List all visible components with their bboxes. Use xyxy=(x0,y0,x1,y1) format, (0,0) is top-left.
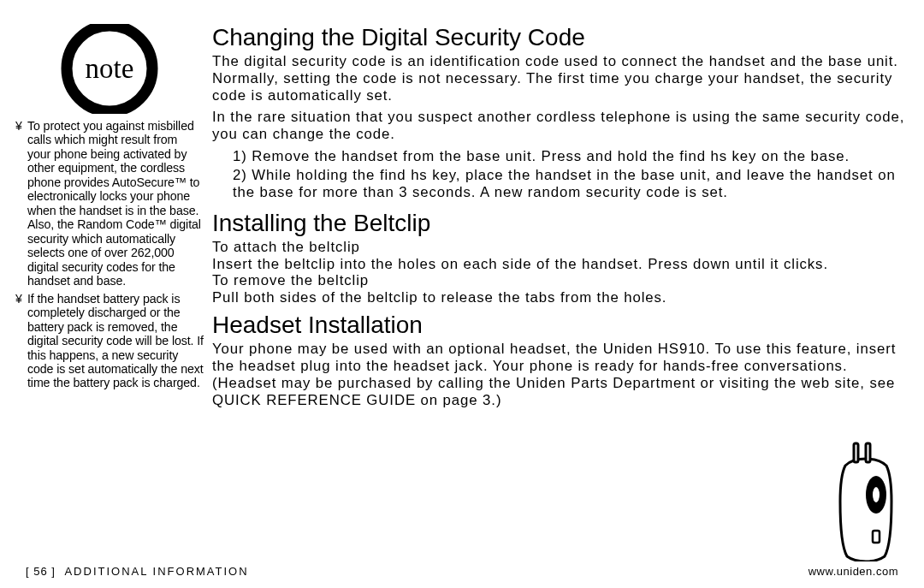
beltclip-attach-text: Insert the beltclip into the holes on ea… xyxy=(212,256,909,273)
step-text: While holding the xyxy=(252,167,380,183)
bullet-icon: ¥ xyxy=(15,119,22,133)
note-bullet-text: To protect you against misbilled calls w… xyxy=(27,119,201,288)
note-bullet-2: ¥ If the handset battery pack is complet… xyxy=(15,292,204,390)
step-text: key on the base. xyxy=(727,148,850,164)
bullet-icon: ¥ xyxy=(15,292,22,306)
page-footer: [ 56 ] ADDITIONAL INFORMATION www.uniden… xyxy=(26,565,898,578)
handset-drawing-icon xyxy=(828,442,903,561)
security-paragraph-2: In the rare situation that you suspect a… xyxy=(212,109,909,143)
beltclip-remove-label: To remove the beltclip xyxy=(212,272,909,289)
note-callout-icon: note xyxy=(50,24,169,114)
heading-headset: Headset Installation xyxy=(212,312,909,339)
security-paragraph-1: The digital security code is an identifi… xyxy=(212,53,909,104)
headset-paragraph-1: Your phone may be used with an optional … xyxy=(212,341,903,375)
page-number: [ 56 ] xyxy=(26,565,56,578)
security-step-2: 2) While holding the find hs key, place … xyxy=(231,167,909,201)
security-step-1: 1) Remove the handset from the base unit… xyxy=(231,148,909,165)
heading-beltclip: Installing the Beltclip xyxy=(212,210,909,237)
footer-section-label: ADDITIONAL INFORMATION xyxy=(64,565,248,578)
main-column: Changing the Digital Security Code The d… xyxy=(212,24,909,555)
content-row: note ¥ To protect you against misbilled … xyxy=(15,24,909,555)
headset-illustration xyxy=(828,442,903,561)
headset-row: Your phone may be used with an optional … xyxy=(212,341,909,413)
note-label: note xyxy=(86,53,134,84)
document-page: note ¥ To protect you against misbilled … xyxy=(0,0,924,588)
note-bullet-text: If the handset battery pack is completel… xyxy=(27,292,204,390)
key-name: find hs xyxy=(380,167,428,183)
beltclip-remove-text: Pull both sides of the beltclip to relea… xyxy=(212,289,909,306)
note-sidebar: note ¥ To protect you against misbilled … xyxy=(15,24,212,555)
key-name: find hs xyxy=(679,148,727,164)
svg-rect-2 xyxy=(866,443,870,462)
svg-point-4 xyxy=(873,487,880,502)
step-text: Remove the handset from the base unit. P… xyxy=(252,148,679,164)
note-bullet-1: ¥ To protect you against misbilled calls… xyxy=(15,119,204,288)
footer-url: www.uniden.com xyxy=(808,565,898,578)
security-steps: 1) Remove the handset from the base unit… xyxy=(212,148,909,200)
heading-security-code: Changing the Digital Security Code xyxy=(212,24,909,51)
svg-rect-1 xyxy=(854,443,858,462)
note-circle-icon: note xyxy=(50,24,169,114)
headset-text-block: Your phone may be used with an optional … xyxy=(212,341,909,413)
note-bullet-list: ¥ To protect you against misbilled calls… xyxy=(15,119,204,390)
footer-left: [ 56 ] ADDITIONAL INFORMATION xyxy=(26,565,249,578)
beltclip-attach-label: To attach the beltclip xyxy=(212,239,909,256)
headset-paragraph-2: (Headset may be purchased by calling the… xyxy=(212,375,903,409)
